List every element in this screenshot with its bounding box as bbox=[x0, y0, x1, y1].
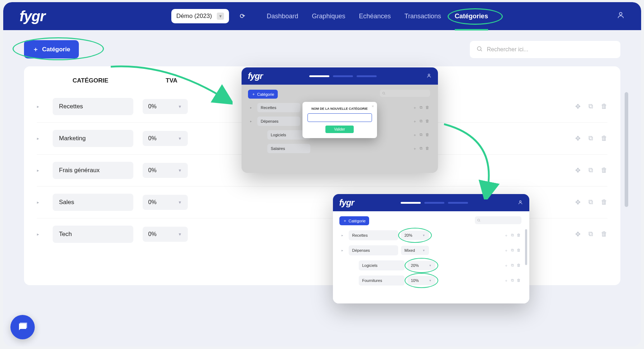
new-category-modal: × NOM DE LA NOUVELLE CATÉGORIE Valider bbox=[302, 102, 377, 138]
mini-nav-bar bbox=[309, 75, 329, 77]
chevron-right-icon[interactable]: ▸ bbox=[37, 168, 47, 173]
chevron-down-icon: ▼ bbox=[178, 232, 182, 236]
svg-point-4 bbox=[519, 201, 521, 202]
mini-nav-bar bbox=[357, 75, 377, 77]
move-icon[interactable]: ✥ bbox=[575, 198, 581, 206]
tutorial-overlay-modal: fygr ＋Catégorie ▸Recettes＋⧉🗑 ▸Dépenses＋⧉… bbox=[242, 67, 438, 173]
mini-row-actions: ＋⧉🗑 bbox=[504, 233, 521, 238]
search-icon bbox=[476, 46, 483, 53]
nav-categories[interactable]: Catégories bbox=[455, 13, 488, 20]
mini-subcat: Logiciels bbox=[359, 260, 405, 270]
chevron-right-icon[interactable]: ▸ bbox=[37, 232, 47, 237]
refresh-icon[interactable]: ⟳ bbox=[240, 12, 245, 20]
mini-cat: Recettes bbox=[257, 103, 300, 112]
tva-select[interactable]: 0%▼ bbox=[143, 195, 188, 210]
svg-point-0 bbox=[619, 13, 622, 15]
mini-nav-bar bbox=[424, 202, 444, 204]
copy-icon[interactable]: ⧉ bbox=[588, 198, 593, 206]
chevron-down-icon: ▼ bbox=[178, 104, 182, 109]
copy-icon[interactable]: ⧉ bbox=[588, 166, 593, 174]
scrollbar[interactable] bbox=[625, 92, 628, 207]
chevron-right-icon[interactable]: ▸ bbox=[37, 200, 47, 205]
category-name[interactable]: Tech bbox=[53, 226, 133, 243]
workspace-label: Démo (2023) bbox=[176, 13, 212, 20]
nav-graphiques[interactable]: Graphiques bbox=[312, 13, 345, 20]
search-input[interactable]: Rechercher ici... bbox=[470, 41, 620, 58]
chevron-down-icon: ▼ bbox=[178, 136, 182, 141]
th-tva: TVA bbox=[166, 77, 177, 84]
chevron-right-icon: ▸ bbox=[250, 119, 254, 123]
move-icon[interactable]: ✥ bbox=[575, 166, 581, 174]
close-icon[interactable]: × bbox=[372, 104, 374, 108]
modal-title: NOM DE LA NOUVELLE CATÉGORIE bbox=[307, 107, 372, 110]
mini-add-button: ＋Catégorie bbox=[339, 216, 369, 225]
category-name[interactable]: Recettes bbox=[53, 98, 133, 115]
search-placeholder: Rechercher ici... bbox=[487, 46, 529, 53]
mini-cat: Dépenses bbox=[349, 245, 398, 255]
chevron-right-icon[interactable]: ▸ bbox=[37, 104, 47, 109]
chevron-right-icon: ▸ bbox=[342, 249, 346, 252]
mini-row-actions: ＋⧉🗑 bbox=[504, 248, 521, 253]
mini-add-button: ＋Catégorie bbox=[248, 90, 278, 99]
trash-icon[interactable]: 🗑 bbox=[601, 230, 607, 238]
svg-point-1 bbox=[477, 47, 481, 51]
chevron-down-icon: ▼ bbox=[217, 13, 224, 20]
mini-row-actions: ＋⧉🗑 bbox=[413, 105, 429, 110]
plus-icon: ＋ bbox=[343, 218, 347, 223]
chevron-right-icon: ▸ bbox=[342, 234, 346, 237]
move-icon[interactable]: ✥ bbox=[575, 103, 581, 110]
mini-subcat: Fournitures bbox=[359, 275, 405, 286]
mini-nav-bar bbox=[448, 202, 468, 204]
move-icon[interactable]: ✥ bbox=[575, 135, 581, 142]
mini-nav-bar bbox=[401, 202, 421, 204]
move-icon[interactable]: ✥ bbox=[575, 230, 581, 238]
category-name[interactable]: Frais généraux bbox=[53, 162, 133, 179]
toolbar: ＋ Catégorie Rechercher ici... bbox=[3, 30, 641, 58]
top-nav: fygr Démo (2023) ▼ ⟳ Dashboard Graphique… bbox=[3, 2, 641, 30]
copy-icon[interactable]: ⧉ bbox=[588, 135, 593, 142]
trash-icon[interactable]: 🗑 bbox=[601, 135, 607, 142]
mini-tva: Mixed▼ bbox=[401, 246, 429, 255]
plus-icon: ＋ bbox=[33, 45, 39, 53]
user-icon[interactable] bbox=[617, 11, 625, 21]
user-icon bbox=[426, 73, 431, 79]
th-category: CATÉGORIE bbox=[73, 77, 109, 84]
chevron-right-icon: ▸ bbox=[250, 106, 254, 109]
trash-icon[interactable]: 🗑 bbox=[601, 103, 607, 110]
tva-select[interactable]: 0%▼ bbox=[143, 163, 188, 178]
tutorial-overlay-tva: fygr ＋Catégorie ▸ Recettes 20%▼ ＋⧉🗑▸ Dép… bbox=[333, 194, 529, 303]
copy-icon[interactable]: ⧉ bbox=[588, 103, 593, 110]
mini-tva: 20%▼ bbox=[401, 231, 429, 240]
mini-row-actions: ＋⧉🗑 bbox=[413, 132, 429, 138]
nav-transactions[interactable]: Transactions bbox=[404, 13, 441, 20]
category-name[interactable]: Marketing bbox=[53, 130, 133, 147]
tva-select[interactable]: 0%▼ bbox=[143, 131, 188, 146]
submit-button[interactable]: Valider bbox=[325, 126, 353, 133]
mini-cat: Recettes bbox=[349, 230, 398, 240]
mini-scrollbar bbox=[525, 229, 527, 265]
category-name[interactable]: Sales bbox=[53, 194, 133, 211]
nav-highlight-oval bbox=[448, 8, 503, 25]
mini-row-actions: ＋⧉🗑 bbox=[413, 146, 429, 151]
mini-logo: fygr bbox=[339, 198, 354, 208]
logo: fygr bbox=[20, 8, 46, 24]
trash-icon[interactable]: 🗑 bbox=[601, 166, 607, 174]
tva-select[interactable]: 0%▼ bbox=[143, 227, 188, 242]
mini-logo: fygr bbox=[248, 71, 263, 81]
svg-point-3 bbox=[382, 92, 385, 94]
nav-echeances[interactable]: Echéances bbox=[359, 13, 391, 20]
chevron-right-icon[interactable]: ▸ bbox=[37, 136, 47, 141]
category-name-input[interactable] bbox=[307, 113, 372, 122]
nav-dashboard[interactable]: Dashboard bbox=[267, 13, 298, 20]
copy-icon[interactable]: ⧉ bbox=[588, 230, 593, 238]
workspace-select[interactable]: Démo (2023) ▼ bbox=[171, 9, 229, 23]
tva-select[interactable]: 0%▼ bbox=[143, 99, 188, 114]
chat-widget[interactable] bbox=[10, 315, 35, 339]
add-category-button[interactable]: ＋ Catégorie bbox=[24, 40, 79, 58]
svg-point-2 bbox=[428, 74, 430, 76]
plus-icon: ＋ bbox=[252, 91, 256, 97]
mini-row-actions: ＋⧉🗑 bbox=[413, 119, 429, 124]
mini-row-actions: ＋⧉🗑 bbox=[504, 263, 521, 268]
mini-nav-bar bbox=[333, 75, 353, 77]
trash-icon[interactable]: 🗑 bbox=[601, 198, 607, 206]
